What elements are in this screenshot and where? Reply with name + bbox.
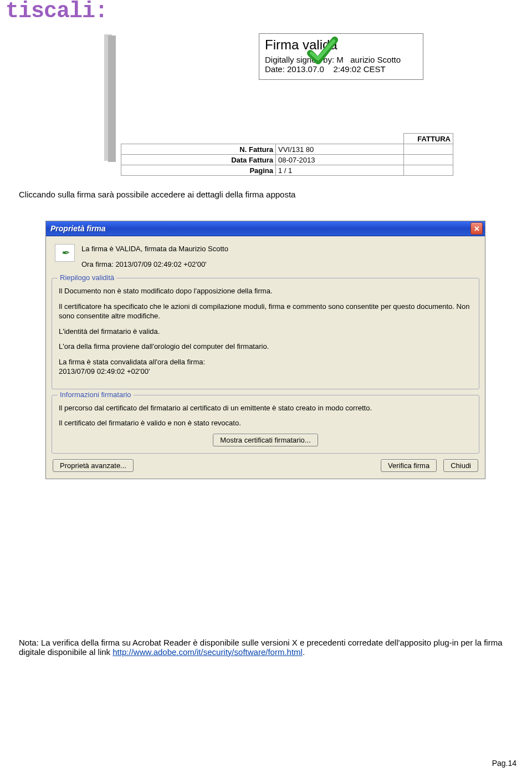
signature-properties-dialog: Proprietà firma ✕ ✒ La firma è VALIDA, f…: [45, 221, 485, 479]
body-note: Nota: La verifica della firma su Acrobat…: [19, 638, 513, 657]
body-paragraph-1: Cliccando sulla firma sarà possibile acc…: [19, 190, 295, 199]
validity-line: Il Documento non è stato modificato dopo…: [59, 286, 472, 296]
summary-line-time: Ora firma: 2013/07/09 02:49:02 +02'00': [81, 260, 228, 270]
validity-line: Il certificatore ha specificato che le a…: [59, 302, 472, 321]
checkmark-icon: [307, 37, 338, 68]
validity-line: La firma è stata convalidata all'ora del…: [59, 357, 472, 377]
dialog-titlebar[interactable]: Proprietà firma ✕: [46, 221, 485, 236]
scrollbar-decor: [104, 34, 116, 161]
dialog-title: Proprietà firma: [50, 224, 106, 233]
show-signer-cert-button[interactable]: Mostra certificati firmatario...: [213, 434, 318, 446]
fattura-heading: FATTURA: [404, 134, 453, 144]
close-dialog-button[interactable]: Chiudi: [443, 459, 478, 472]
signer-info-line: Il certificato del firmatario è valido e…: [59, 418, 472, 428]
signature-title: Firma valida: [265, 37, 417, 53]
close-button[interactable]: ✕: [470, 222, 483, 235]
tiscali-logo: tiscali:: [6, 0, 108, 24]
row-value: VVI/131 80: [276, 144, 404, 155]
row-label: N. Fattura: [121, 144, 276, 155]
validity-line: L'identità del firmatario è valida.: [59, 327, 472, 337]
row-value: 08-07-2013: [276, 155, 404, 165]
invoice-header-table: FATTURA N. Fattura VVI/131 80 Data Fattu…: [121, 133, 453, 176]
validity-summary-group: Riepilogo validità Il Documento non è st…: [52, 278, 479, 389]
signature-date-line: Date: 2013.07.0 2:49:02 CEST: [265, 64, 417, 74]
row-value: 1 / 1: [276, 165, 404, 176]
signed-by-line: Digitally signed by: M aurizio Scotto: [265, 55, 417, 64]
page-number: Pag.14: [492, 759, 516, 768]
verify-signature-button[interactable]: Verifica firma: [381, 459, 437, 472]
signature-box[interactable]: Firma valida Digitally signed by: M auri…: [259, 33, 423, 80]
signer-info-group: Informazioni firmatario Il percorso dal …: [52, 395, 479, 454]
group-legend: Informazioni firmatario: [58, 390, 134, 399]
valid-signature-icon: ✒: [55, 244, 75, 262]
group-legend: Riepilogo validità: [58, 273, 116, 282]
row-label: Data Fattura: [121, 155, 276, 165]
validity-line: L'ora della firma proviene dall'orologio…: [59, 342, 472, 352]
advanced-properties-button[interactable]: Proprietà avanzate...: [53, 459, 134, 472]
summary-line-valid: La firma è VALIDA, firmata da Maurizio S…: [81, 244, 228, 254]
signer-info-line: Il percorso dal certificato del firmatar…: [59, 403, 472, 413]
row-label: Pagina: [121, 165, 276, 176]
adobe-plugin-link[interactable]: http://www.adobe.com/it/security/softwar…: [112, 647, 303, 657]
